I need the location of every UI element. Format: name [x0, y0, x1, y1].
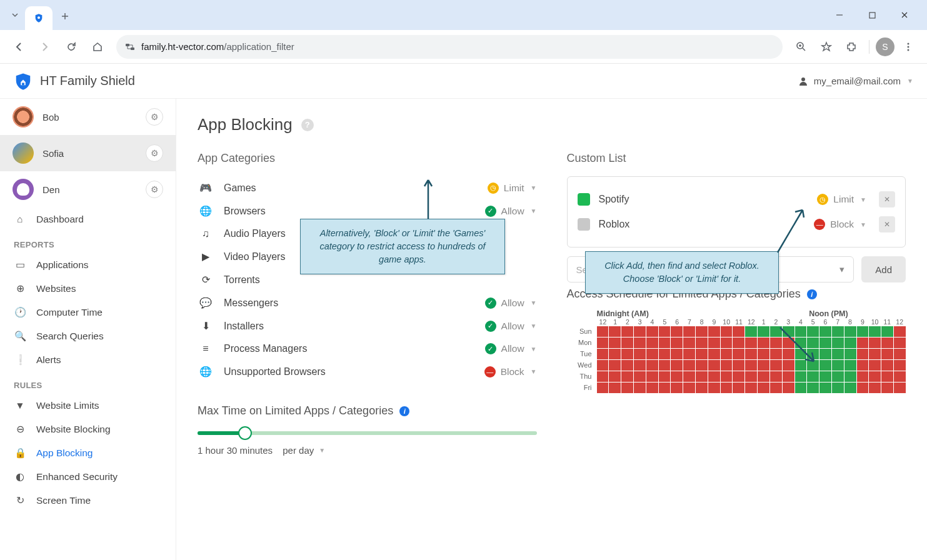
schedule-cell[interactable]	[869, 371, 881, 382]
schedule-cell[interactable]	[894, 360, 906, 371]
schedule-cell[interactable]	[597, 338, 609, 348]
schedule-cell[interactable]	[671, 349, 683, 359]
nav-applications[interactable]: ▭Applications	[0, 253, 176, 277]
schedule-cell[interactable]	[857, 382, 869, 393]
nav-search-queries[interactable]: 🔍Search Queries	[0, 324, 176, 348]
browser-profile-avatar[interactable]: S	[876, 38, 894, 56]
schedule-cell[interactable]	[634, 382, 646, 393]
schedule-cell[interactable]	[733, 371, 744, 382]
help-icon[interactable]: ?	[301, 119, 314, 131]
schedule-cell[interactable]	[733, 349, 744, 359]
status-dropdown[interactable]: ✓Allow▼	[485, 298, 537, 309]
forward-button[interactable]	[34, 36, 56, 58]
schedule-cell[interactable]	[721, 349, 733, 359]
schedule-cell[interactable]	[708, 326, 720, 337]
schedule-cell[interactable]	[683, 371, 695, 382]
nav-alerts[interactable]: ❕Alerts	[0, 348, 176, 372]
schedule-cell[interactable]	[671, 338, 683, 348]
schedule-cell[interactable]	[621, 371, 633, 382]
schedule-cell[interactable]	[894, 338, 906, 348]
schedule-cell[interactable]	[832, 326, 844, 337]
status-dropdown[interactable]: —Block▼	[484, 366, 537, 378]
profile-bob[interactable]: Bob ⚙	[0, 99, 176, 135]
schedule-cell[interactable]	[758, 326, 769, 337]
schedule-cell[interactable]	[819, 360, 831, 371]
schedule-cell[interactable]	[869, 338, 881, 348]
schedule-cell[interactable]	[721, 371, 733, 382]
schedule-cell[interactable]	[894, 349, 906, 359]
schedule-cell[interactable]	[597, 360, 609, 371]
nav-dashboard[interactable]: ⌂Dashboard	[0, 208, 176, 231]
profile-sofia[interactable]: Sofia ⚙	[0, 135, 176, 171]
schedule-cell[interactable]	[795, 326, 807, 337]
schedule-cell[interactable]	[770, 349, 782, 359]
info-icon[interactable]: i	[807, 289, 817, 299]
nav-screen-time[interactable]: ↻Screen Time	[0, 489, 176, 512]
schedule-cell[interactable]	[671, 382, 683, 393]
schedule-cell[interactable]	[646, 338, 658, 348]
schedule-cell[interactable]	[696, 338, 708, 348]
schedule-cell[interactable]	[807, 338, 819, 348]
schedule-cell[interactable]	[609, 371, 621, 382]
new-tab-button[interactable]	[55, 6, 75, 26]
zoom-icon[interactable]	[790, 36, 813, 58]
schedule-cell[interactable]	[597, 326, 609, 337]
menu-icon[interactable]	[897, 36, 919, 58]
user-menu[interactable]: my_email@mail.com ▼	[798, 76, 913, 87]
profile-den[interactable]: Den ⚙	[0, 171, 176, 208]
schedule-cell[interactable]	[844, 338, 856, 348]
schedule-cell[interactable]	[857, 338, 869, 348]
schedule-cell[interactable]	[646, 360, 658, 371]
schedule-cell[interactable]	[881, 349, 893, 359]
schedule-cell[interactable]	[708, 360, 720, 371]
remove-button[interactable]: ✕	[879, 216, 895, 232]
schedule-cell[interactable]	[881, 382, 893, 393]
schedule-cell[interactable]	[621, 382, 633, 393]
schedule-cell[interactable]	[844, 382, 856, 393]
schedule-cell[interactable]	[770, 338, 782, 348]
schedule-cell[interactable]	[783, 338, 794, 348]
schedule-cell[interactable]	[683, 326, 695, 337]
schedule-cell[interactable]	[745, 371, 757, 382]
schedule-cell[interactable]	[597, 371, 609, 382]
schedule-cell[interactable]	[646, 326, 658, 337]
schedule-cell[interactable]	[758, 349, 769, 359]
schedule-cell[interactable]	[646, 349, 658, 359]
schedule-cell[interactable]	[745, 360, 757, 371]
nav-computer-time[interactable]: 🕐Computer Time	[0, 301, 176, 324]
schedule-cell[interactable]	[634, 338, 646, 348]
schedule-cell[interactable]	[597, 382, 609, 393]
schedule-cell[interactable]	[844, 326, 856, 337]
schedule-cell[interactable]	[783, 360, 794, 371]
browser-tab[interactable]	[25, 6, 53, 30]
schedule-cell[interactable]	[869, 349, 881, 359]
schedule-cell[interactable]	[795, 360, 807, 371]
schedule-cell[interactable]	[733, 326, 744, 337]
schedule-cell[interactable]	[659, 382, 671, 393]
schedule-cell[interactable]	[634, 371, 646, 382]
schedule-cell[interactable]	[758, 338, 769, 348]
gear-icon[interactable]: ⚙	[146, 181, 163, 198]
schedule-cell[interactable]	[708, 382, 720, 393]
schedule-cell[interactable]	[783, 382, 794, 393]
schedule-cell[interactable]	[869, 382, 881, 393]
schedule-cell[interactable]	[609, 360, 621, 371]
schedule-cell[interactable]	[894, 382, 906, 393]
status-dropdown[interactable]: ✓Allow▼	[485, 343, 537, 354]
schedule-cell[interactable]	[733, 338, 744, 348]
schedule-cell[interactable]	[881, 338, 893, 348]
maximize-button[interactable]	[859, 5, 884, 25]
status-dropdown[interactable]: —Block▼	[814, 219, 866, 230]
schedule-cell[interactable]	[621, 349, 633, 359]
schedule-cell[interactable]	[881, 360, 893, 371]
schedule-cell[interactable]	[696, 360, 708, 371]
back-button[interactable]	[8, 36, 30, 58]
schedule-cell[interactable]	[621, 326, 633, 337]
close-button[interactable]	[892, 5, 917, 25]
schedule-cell[interactable]	[807, 371, 819, 382]
schedule-cell[interactable]	[857, 326, 869, 337]
schedule-cell[interactable]	[671, 360, 683, 371]
schedule-cell[interactable]	[683, 382, 695, 393]
bookmark-icon[interactable]	[815, 36, 838, 58]
status-dropdown[interactable]: ◷Limit▼	[817, 194, 866, 205]
